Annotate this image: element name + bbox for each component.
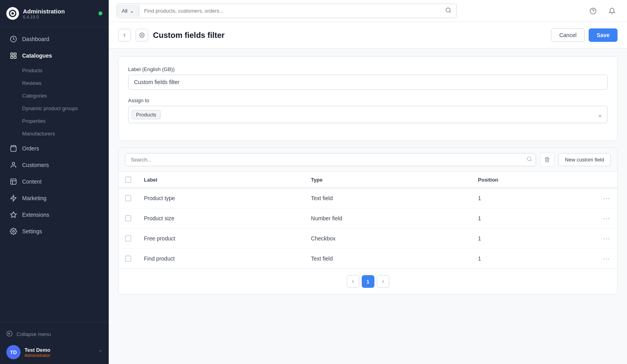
new-custom-field-button[interactable]: New custom field bbox=[558, 153, 611, 166]
brand-text: Administration 6.4.19.0 bbox=[23, 8, 65, 19]
collapse-menu-button[interactable]: Collapse menu bbox=[6, 327, 102, 341]
sidebar-item-extensions-label: Extensions bbox=[22, 212, 49, 218]
table-row: Product type Text field 1 ⋯ bbox=[119, 188, 617, 208]
search-filter-dropdown[interactable]: All ⌄ bbox=[117, 5, 139, 17]
sidebar-item-catalogues[interactable]: Catalogues bbox=[3, 48, 106, 64]
sidebar-item-extensions[interactable]: Extensions bbox=[3, 207, 106, 223]
sidebar-item-content-label: Content bbox=[22, 178, 42, 185]
row-actions-button-2[interactable]: ⋯ bbox=[603, 235, 611, 242]
row-type-1: Number field bbox=[305, 208, 472, 229]
sidebar-subitem-categories-label: Categories bbox=[22, 93, 47, 99]
row-checkbox-cell bbox=[119, 229, 138, 249]
row-actions-cell-1: ⋯ bbox=[597, 208, 617, 229]
save-button[interactable]: Save bbox=[589, 28, 618, 42]
table-search-input[interactable] bbox=[125, 153, 536, 166]
table-row: Product size Number field 1 ⋯ bbox=[119, 208, 617, 229]
sidebar-item-marketing-label: Marketing bbox=[22, 195, 46, 201]
form-section: Label (English (GB)) Assign to Products … bbox=[118, 56, 618, 141]
label-field-input[interactable] bbox=[128, 75, 608, 90]
position-column-header: Position bbox=[472, 172, 597, 188]
custom-fields-table: Label Type Position Product type Text fi… bbox=[119, 172, 617, 268]
delete-selected-button[interactable] bbox=[540, 152, 554, 167]
sidebar-item-catalogues-label: Catalogues bbox=[22, 53, 52, 59]
sidebar-subitem-properties[interactable]: Properties bbox=[3, 115, 106, 127]
global-search-input[interactable] bbox=[139, 5, 440, 17]
app-logo bbox=[6, 7, 19, 20]
svg-rect-6 bbox=[14, 56, 16, 58]
settings-icon bbox=[9, 227, 17, 235]
svg-rect-3 bbox=[11, 53, 13, 55]
row-position-0: 1 bbox=[472, 188, 597, 208]
label-form-group: Label (English (GB)) bbox=[128, 66, 608, 90]
row-actions-cell-2: ⋯ bbox=[597, 229, 617, 249]
cancel-button[interactable]: Cancel bbox=[551, 28, 585, 42]
sidebar-item-content[interactable]: Content bbox=[3, 174, 106, 190]
svg-line-17 bbox=[449, 11, 451, 13]
pagination: 1 bbox=[119, 268, 617, 294]
search-filter-label: All bbox=[122, 8, 127, 14]
table-search-wrap bbox=[125, 153, 536, 166]
page-actions: Cancel Save bbox=[551, 28, 618, 42]
sidebar-subitem-categories[interactable]: Categories bbox=[3, 90, 106, 102]
svg-point-21 bbox=[527, 157, 531, 160]
svg-line-22 bbox=[531, 160, 532, 161]
sidebar-subitem-dynamic-product-groups[interactable]: Dynamic product groups bbox=[3, 102, 106, 114]
row-checkbox-1[interactable] bbox=[125, 215, 131, 221]
sidebar-nav: Dashboard Catalogues Products Reviews Ca… bbox=[0, 27, 109, 322]
svg-point-8 bbox=[12, 162, 15, 165]
row-position-3: 1 bbox=[472, 249, 597, 269]
sidebar-subitem-products[interactable]: Products bbox=[3, 64, 106, 77]
customers-icon bbox=[9, 161, 17, 169]
collapse-icon bbox=[6, 330, 13, 338]
extensions-icon bbox=[9, 211, 17, 219]
row-actions-cell-0: ⋯ bbox=[597, 188, 617, 208]
sidebar-item-orders[interactable]: Orders bbox=[3, 141, 106, 156]
row-type-3: Text field bbox=[305, 249, 472, 269]
sidebar-item-dashboard[interactable]: Dashboard bbox=[3, 31, 106, 47]
row-checkbox-2[interactable] bbox=[125, 235, 131, 242]
pagination-prev-button[interactable] bbox=[347, 275, 359, 288]
sidebar-subitem-reviews[interactable]: Reviews bbox=[3, 77, 106, 89]
row-actions-button-3[interactable]: ⋯ bbox=[603, 255, 611, 263]
row-checkbox-cell bbox=[119, 188, 138, 208]
help-button[interactable] bbox=[586, 4, 600, 18]
assign-to-form-group: Assign to Products ⌄ bbox=[128, 98, 608, 123]
svg-marker-12 bbox=[11, 195, 16, 201]
sidebar-subitem-properties-label: Properties bbox=[22, 118, 45, 124]
row-checkbox-0[interactable] bbox=[125, 195, 131, 201]
user-info[interactable]: TD Test Demo Administrator ⌃ bbox=[6, 341, 102, 359]
svg-rect-9 bbox=[11, 179, 16, 184]
pagination-page-1[interactable]: 1 bbox=[362, 275, 374, 288]
select-all-checkbox[interactable] bbox=[125, 176, 131, 183]
row-type-0: Text field bbox=[305, 188, 472, 208]
search-container: All ⌄ bbox=[117, 4, 457, 18]
sidebar-brand: Administration 6.4.19.0 bbox=[6, 7, 65, 20]
svg-point-1 bbox=[11, 12, 14, 15]
dashboard-icon bbox=[9, 35, 17, 43]
pagination-next-button[interactable] bbox=[377, 275, 389, 288]
topbar-actions bbox=[586, 4, 619, 18]
sidebar-item-customers-label: Customers bbox=[22, 162, 49, 168]
settings-page-button[interactable] bbox=[136, 29, 148, 41]
notifications-button[interactable] bbox=[605, 4, 619, 18]
sidebar-subitem-manufacturers[interactable]: Manufacturers bbox=[3, 128, 106, 140]
back-button[interactable] bbox=[118, 29, 131, 41]
sidebar-item-marketing[interactable]: Marketing bbox=[3, 190, 106, 206]
sidebar-item-customers[interactable]: Customers bbox=[3, 157, 106, 173]
svg-rect-5 bbox=[11, 56, 13, 58]
row-checkbox-3[interactable] bbox=[125, 255, 131, 262]
table-header-row: Label Type Position bbox=[119, 172, 617, 188]
sidebar-item-settings[interactable]: Settings bbox=[3, 223, 106, 239]
assign-tag-products: Products bbox=[132, 110, 161, 119]
search-input-wrap bbox=[139, 5, 440, 17]
search-submit-button[interactable] bbox=[440, 4, 456, 18]
row-position-1: 1 bbox=[472, 208, 597, 229]
sidebar-subitem-reviews-label: Reviews bbox=[22, 80, 42, 86]
svg-rect-4 bbox=[14, 53, 16, 55]
sidebar-item-settings-label: Settings bbox=[22, 228, 42, 235]
row-actions-button-0[interactable]: ⋯ bbox=[603, 194, 611, 202]
assign-to-select[interactable]: Products ⌄ bbox=[128, 106, 608, 123]
user-details: Test Demo Administrator bbox=[25, 347, 94, 358]
table-row: Find product Text field 1 ⋯ bbox=[119, 249, 617, 269]
row-actions-button-1[interactable]: ⋯ bbox=[603, 214, 611, 222]
